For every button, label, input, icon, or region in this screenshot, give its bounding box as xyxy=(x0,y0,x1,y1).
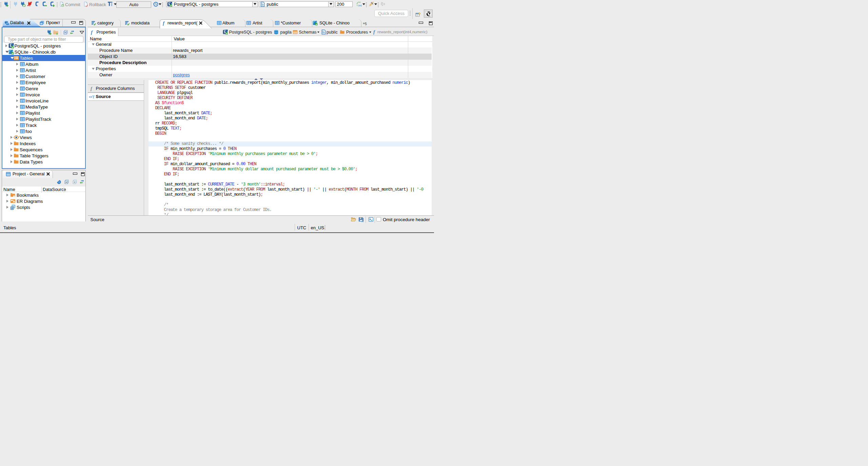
svg-text:T: T xyxy=(92,94,95,99)
svg-text:f: f xyxy=(91,86,93,91)
svg-text:<>: <> xyxy=(89,95,92,99)
